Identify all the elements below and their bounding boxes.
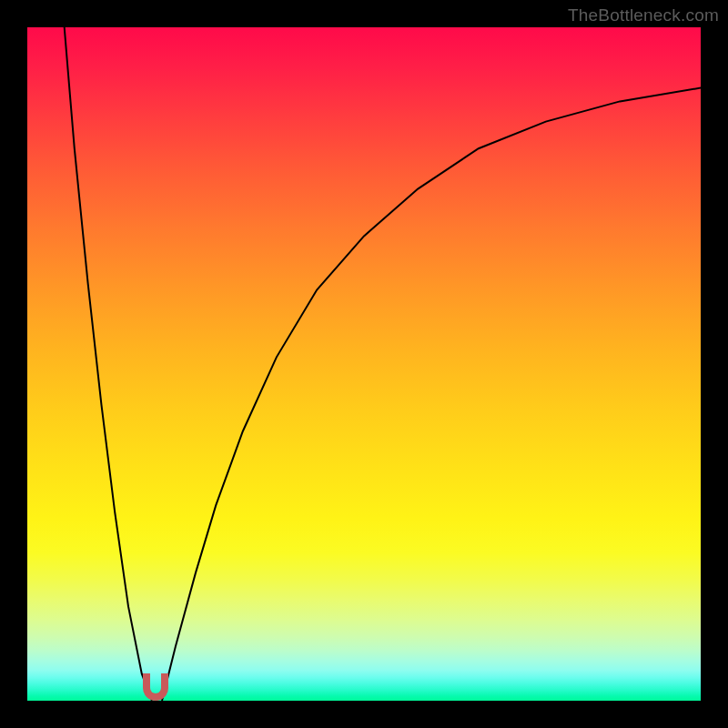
- watermark-text: TheBottleneck.com: [568, 5, 719, 25]
- curve-layer: [27, 27, 701, 701]
- minimum-marker: [143, 673, 168, 701]
- curve-left-branch: [65, 27, 152, 701]
- plot-area: [27, 27, 701, 701]
- chart-frame: TheBottleneck.com: [0, 0, 728, 728]
- curve-right-branch: [162, 88, 701, 701]
